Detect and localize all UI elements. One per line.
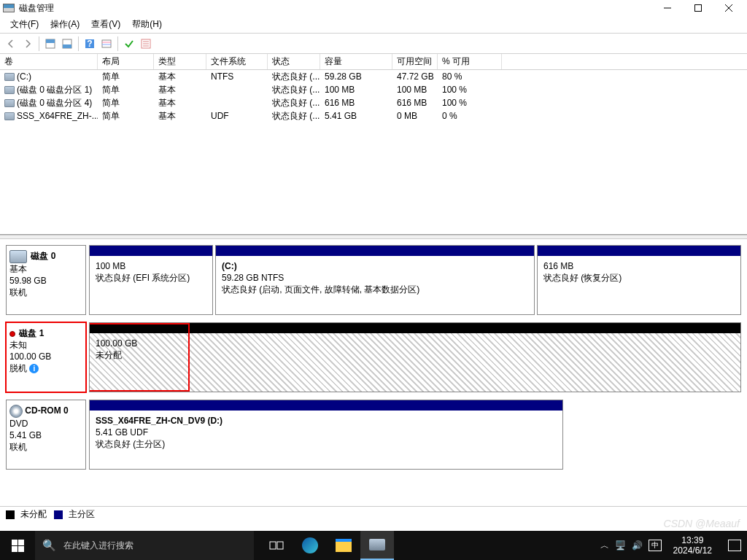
tray-volume-icon[interactable]: 🔊	[632, 540, 643, 551]
taskbar-edge[interactable]	[293, 531, 327, 560]
col-free[interactable]: 可用空间	[392, 54, 438, 69]
error-icon	[9, 331, 15, 337]
forward-button[interactable]	[20, 36, 36, 52]
legend-primary: 主分区	[69, 508, 95, 521]
apply-button[interactable]	[121, 36, 137, 52]
volume-row[interactable]: (磁盘 0 磁盘分区 1)简单基本状态良好 (...100 MB100 MB10…	[0, 83, 747, 96]
cdrom-icon	[9, 405, 23, 418]
svg-rect-18	[18, 540, 24, 545]
svg-rect-17	[12, 540, 18, 545]
view-top-button[interactable]	[42, 36, 58, 52]
svg-rect-10	[102, 40, 111, 47]
disk0-part0[interactable]: 100 MB 状态良好 (EFI 系统分区)	[89, 245, 213, 315]
volume-row[interactable]: SSS_X64FRE_ZH-...简单基本UDF状态良好 (...5.41 GB…	[0, 109, 747, 122]
disk1-status: 脱机	[9, 363, 27, 373]
close-button[interactable]	[713, 0, 744, 16]
menu-help[interactable]: 帮助(H)	[126, 16, 168, 33]
disk0-name: 磁盘 0	[31, 251, 55, 261]
col-layout[interactable]: 布局	[98, 54, 154, 69]
taskbar-explorer[interactable]	[327, 531, 360, 560]
disk-icon	[9, 250, 27, 263]
task-view-button[interactable]	[260, 531, 293, 560]
search-placeholder: 在此键入进行搜索	[63, 540, 133, 552]
menu-action[interactable]: 操作(A)	[44, 16, 85, 33]
volume-icon	[4, 99, 15, 107]
title-bar: 磁盘管理	[0, 0, 747, 16]
svg-rect-19	[12, 546, 18, 552]
volume-row[interactable]: (C:)简单基本NTFS状态良好 (...59.28 GB47.72 GB80 …	[0, 70, 747, 83]
search-icon: 🔍	[42, 539, 56, 552]
col-capacity[interactable]: 容量	[320, 54, 392, 69]
tray-clock[interactable]: 13:39 2024/6/12	[667, 535, 718, 556]
volume-header: 卷 布局 类型 文件系统 状态 容量 可用空间 % 可用	[0, 54, 747, 70]
legend: 未分配 主分区	[0, 506, 747, 522]
svg-rect-20	[18, 546, 24, 552]
cdrom0-type: DVD	[9, 418, 82, 429]
disk1-type: 未知	[9, 339, 82, 351]
disk0-part1[interactable]: (C:) 59.28 GB NTFS 状态良好 (启动, 页面文件, 故障转储,…	[215, 245, 535, 315]
col-fs[interactable]: 文件系统	[206, 54, 268, 69]
svg-rect-22	[277, 542, 283, 549]
help-button[interactable]: ?	[82, 36, 98, 52]
disk0-size: 59.98 GB	[9, 275, 82, 287]
col-type[interactable]: 类型	[154, 54, 206, 69]
disk1-name: 磁盘 1	[19, 328, 44, 338]
tray-ime[interactable]: 中	[649, 540, 662, 551]
volume-row[interactable]: (磁盘 0 磁盘分区 4)简单基本状态良好 (...616 MB616 MB10…	[0, 96, 747, 109]
app-icon	[3, 4, 15, 12]
menu-file[interactable]: 文件(F)	[4, 16, 44, 33]
disk0-part2[interactable]: 616 MB 状态良好 (恢复分区)	[537, 245, 741, 315]
disk1-info[interactable]: 磁盘 1 未知 100.00 GB 脱机 i	[6, 322, 86, 392]
minimize-button[interactable]	[652, 0, 683, 16]
watermark: CSDN @Meaauf	[664, 518, 740, 529]
disk-row-cdrom: CD-ROM 0 DVD 5.41 GB 联机 SSS_X64FRE_ZH-CN…	[6, 400, 741, 470]
tray-network-icon[interactable]: 🖥️	[615, 540, 626, 551]
cdrom0-info[interactable]: CD-ROM 0 DVD 5.41 GB 联机	[6, 400, 86, 470]
legend-swatch-unalloc	[6, 510, 15, 519]
col-pct[interactable]: % 可用	[438, 54, 502, 69]
cdrom0-part0[interactable]: SSS_X64FRE_ZH-CN_DV9 (D:) 5.41 GB UDF 状态…	[89, 400, 563, 470]
info-icon[interactable]: i	[29, 364, 39, 373]
svg-rect-5	[46, 39, 55, 43]
volume-icon	[4, 112, 15, 120]
cdrom0-status: 联机	[9, 441, 82, 453]
svg-rect-21	[270, 542, 276, 549]
start-button[interactable]	[0, 531, 35, 560]
volume-list: 卷 布局 类型 文件系统 状态 容量 可用空间 % 可用 (C:)简单基本NTF…	[0, 54, 747, 235]
cdrom0-name: CD-ROM 0	[25, 405, 68, 416]
search-box[interactable]: 🔍 在此键入进行搜索	[35, 531, 254, 560]
system-tray: ︿ 🖥️ 🔊 中 13:39 2024/6/12	[599, 531, 747, 560]
window-title: 磁盘管理	[19, 2, 652, 15]
svg-text:?: ?	[87, 39, 92, 49]
disk1-size: 100.00 GB	[9, 351, 82, 362]
tray-notifications-icon[interactable]	[728, 540, 741, 551]
cdrom0-size: 5.41 GB	[9, 429, 82, 441]
settings-button[interactable]	[98, 36, 115, 52]
maximize-button[interactable]	[683, 0, 713, 16]
volume-icon	[4, 73, 15, 81]
disk0-status: 联机	[9, 287, 82, 298]
svg-rect-7	[63, 44, 71, 48]
taskbar-diskmgmt[interactable]	[360, 531, 394, 560]
menu-bar: 文件(F) 操作(A) 查看(V) 帮助(H)	[0, 16, 747, 34]
toolbar: ?	[0, 34, 747, 54]
tray-chevron-icon[interactable]: ︿	[600, 540, 609, 552]
volume-icon	[4, 86, 15, 94]
col-status[interactable]: 状态	[268, 54, 320, 69]
col-volume[interactable]: 卷	[0, 54, 98, 69]
disk0-type: 基本	[9, 263, 82, 275]
svg-rect-1	[695, 5, 702, 12]
disk1-part0[interactable]: 100.00 GB 未分配	[89, 322, 741, 392]
menu-view[interactable]: 查看(V)	[85, 16, 126, 33]
view-bottom-button[interactable]	[59, 36, 75, 52]
taskbar: 🔍 在此键入进行搜索 ︿ 🖥️ 🔊 中 13:39 2024/6/12	[0, 531, 747, 560]
legend-swatch-primary	[54, 510, 63, 519]
disk0-info[interactable]: 磁盘 0 基本 59.98 GB 联机	[6, 245, 86, 315]
back-button[interactable]	[3, 36, 19, 52]
disk-graphical-view: 磁盘 0 基本 59.98 GB 联机 100 MB 状态良好 (EFI 系统分…	[0, 239, 747, 506]
disk-row-1: 磁盘 1 未知 100.00 GB 脱机 i 100.00 GB 未分配	[6, 322, 741, 392]
list-button[interactable]	[138, 36, 154, 52]
legend-unalloc: 未分配	[20, 508, 47, 521]
disk-row-0: 磁盘 0 基本 59.98 GB 联机 100 MB 状态良好 (EFI 系统分…	[6, 245, 741, 315]
